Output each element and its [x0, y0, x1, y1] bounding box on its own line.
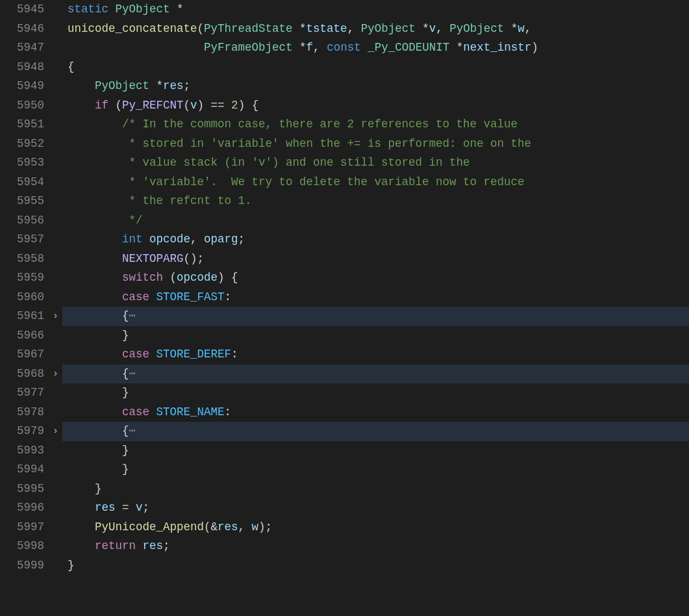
line-number: 5952: [0, 135, 62, 154]
fold-chevron-icon[interactable]: ›: [53, 365, 58, 384]
code-token: {: [122, 424, 129, 437]
code-token: PyThreadState: [204, 22, 293, 35]
code-token: :: [225, 405, 232, 418]
line-number: 5958: [0, 250, 62, 269]
code-token: *: [293, 22, 307, 35]
code-token: tstate: [307, 22, 347, 35]
code-token: [68, 290, 122, 303]
code-token: [68, 233, 122, 246]
code-token: ;: [238, 233, 245, 246]
code-token: [68, 463, 122, 476]
line-number: 5994: [0, 460, 62, 480]
code-line[interactable]: }: [62, 441, 689, 461]
code-line[interactable]: unicode_concatenate(PyThreadState *tstat…: [62, 19, 689, 39]
line-number: 5977: [0, 383, 62, 403]
code-token: const: [327, 41, 361, 54]
code-token: f: [307, 41, 314, 54]
code-line[interactable]: }: [62, 460, 689, 480]
line-number: 5953: [0, 153, 62, 173]
code-line[interactable]: {⋯: [62, 307, 689, 326]
code-token: [68, 367, 122, 380]
code-line[interactable]: */: [62, 211, 689, 231]
code-token: unicode_concatenate: [68, 22, 197, 35]
code-token: [68, 271, 122, 284]
code-token: [136, 539, 143, 552]
line-number: 5978: [0, 403, 62, 422]
code-token: _Py_CODEUNIT: [368, 41, 449, 54]
code-line[interactable]: switch (opcode) {: [62, 268, 689, 288]
code-line[interactable]: }: [62, 326, 689, 346]
code-token: ;: [184, 79, 191, 92]
code-token: case: [122, 348, 149, 361]
code-token: :: [225, 290, 232, 303]
code-token: * stored in 'variable' when the += is pe…: [122, 137, 531, 150]
code-token: ,: [190, 233, 204, 246]
code-token: ;: [143, 501, 150, 514]
code-token: int: [122, 233, 143, 246]
line-number: 5956: [0, 211, 62, 231]
code-token: ) {: [238, 99, 259, 112]
code-token: [68, 41, 204, 54]
fold-chevron-icon[interactable]: ›: [53, 307, 58, 326]
code-token: [149, 405, 157, 418]
code-line[interactable]: PyObject *res;: [62, 77, 689, 96]
code-token: *: [504, 22, 518, 35]
line-gutter: 5945594659475948594959505951595259535954…: [0, 0, 62, 616]
code-token: next_instr: [463, 41, 531, 54]
code-line[interactable]: * the refcnt to 1.: [62, 192, 689, 211]
code-token: return: [95, 539, 136, 552]
code-token: STORE_FAST: [157, 290, 225, 303]
code-token: ) ==: [197, 99, 232, 112]
code-line[interactable]: * 'variable'. We try to delete the varia…: [62, 173, 689, 192]
code-token: [68, 79, 95, 92]
code-line[interactable]: NEXTOPARG();: [62, 250, 689, 269]
code-line[interactable]: * value stack (in 'v') and one still sto…: [62, 153, 689, 173]
code-token: PyUnicode_Append: [95, 520, 204, 533]
code-token: *: [416, 22, 429, 35]
code-token: PyObject: [116, 3, 170, 16]
code-line[interactable]: static PyObject *: [62, 0, 689, 19]
code-line[interactable]: case STORE_DEREF:: [62, 345, 689, 365]
code-line[interactable]: }: [62, 383, 689, 403]
code-line[interactable]: {⋯: [62, 422, 689, 441]
line-number: 5949: [0, 77, 62, 96]
code-line[interactable]: PyUnicode_Append(&res, w);: [62, 518, 689, 537]
code-line[interactable]: if (Py_REFCNT(v) == 2) {: [62, 96, 689, 116]
code-token: (: [184, 99, 191, 112]
code-token: PyObject: [449, 22, 504, 35]
code-token: [68, 444, 122, 457]
code-token: * value stack (in 'v') and one still sto…: [122, 156, 470, 169]
code-token: [68, 405, 122, 418]
code-token: [143, 233, 150, 246]
code-token: res: [95, 501, 116, 514]
code-line[interactable]: return res;: [62, 537, 689, 556]
code-token: [68, 214, 122, 227]
line-number: 5951: [0, 115, 62, 135]
code-line[interactable]: /* In the common case, there are 2 refer…: [62, 115, 689, 135]
code-line[interactable]: int opcode, oparg;: [62, 230, 689, 250]
code-line[interactable]: }: [62, 480, 689, 499]
code-token: w: [252, 520, 259, 533]
code-line[interactable]: * stored in 'variable' when the += is pe…: [62, 135, 689, 154]
code-line[interactable]: PyFrameObject *f, const _Py_CODEUNIT *ne…: [62, 38, 689, 58]
code-token: case: [122, 405, 149, 418]
fold-chevron-icon[interactable]: ›: [53, 422, 58, 441]
code-line[interactable]: case STORE_NAME:: [62, 403, 689, 422]
code-line[interactable]: {⋯: [62, 365, 689, 384]
line-number: 5997: [0, 518, 62, 537]
line-number: 5998: [0, 537, 62, 556]
code-line[interactable]: {: [62, 58, 689, 77]
code-area[interactable]: static PyObject *unicode_concatenate(PyT…: [62, 0, 689, 616]
code-line[interactable]: }: [62, 556, 689, 576]
code-token: ) {: [218, 271, 238, 284]
code-token: );: [258, 520, 272, 533]
code-token: res: [218, 520, 238, 533]
code-line[interactable]: case STORE_FAST:: [62, 288, 689, 307]
code-token: res: [143, 539, 164, 552]
code-token: ,: [436, 22, 449, 35]
code-editor[interactable]: 5945594659475948594959505951595259535954…: [0, 0, 689, 616]
code-token: STORE_DEREF: [157, 348, 232, 361]
code-token: PyObject: [95, 79, 149, 92]
code-line[interactable]: res = v;: [62, 498, 689, 518]
code-token: }: [122, 386, 129, 399]
